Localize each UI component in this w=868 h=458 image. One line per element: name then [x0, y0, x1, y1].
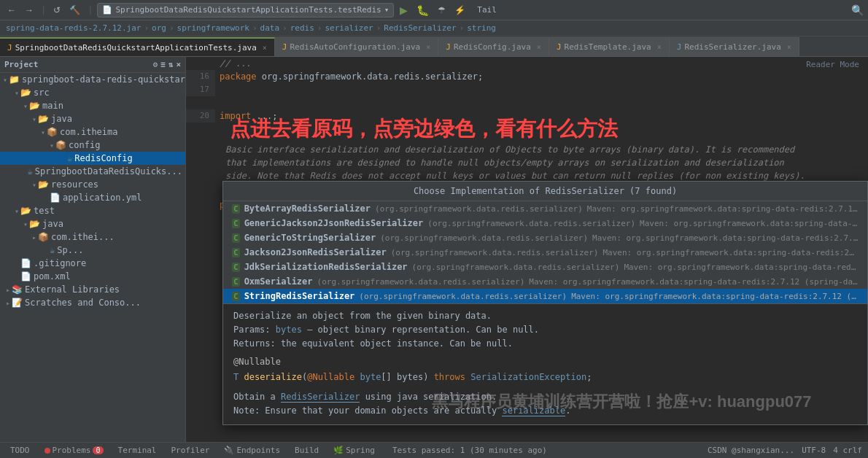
- tree-item-config[interactable]: ▾ 📦 config: [0, 139, 185, 152]
- java-icon: J: [7, 43, 12, 53]
- java-icon4: J: [557, 42, 562, 52]
- status-spring[interactable]: 🌿 Spring: [329, 443, 379, 459]
- tree-item-test-class[interactable]: ▸ ☕ Sp...: [0, 244, 185, 257]
- sidebar-close-icon[interactable]: ×: [176, 60, 181, 69]
- terminal-label: Terminal: [118, 446, 157, 455]
- popup-title: Choose Implementation of RedisSerializer…: [223, 182, 867, 201]
- code-content: // ... 16 package org.springframework.da…: [186, 57, 868, 442]
- close-icon5[interactable]: ×: [787, 43, 791, 51]
- bc-string[interactable]: string: [467, 23, 496, 33]
- bc-redis[interactable]: redis: [290, 23, 314, 33]
- tree-label-test: test: [34, 206, 55, 216]
- problems-dot: [44, 448, 50, 454]
- run-button[interactable]: ▶: [397, 3, 411, 18]
- tree-item-test-java[interactable]: ▾ 📂 java: [0, 217, 185, 230]
- tree-item-pom[interactable]: ▸ 📄 pom.xml: [0, 270, 185, 283]
- run-config-box[interactable]: 📄 SpringbootDataRedisQuickstartApplicati…: [97, 3, 394, 18]
- sidebar-gear-icon[interactable]: ⚙: [153, 60, 158, 69]
- bc-org[interactable]: org: [152, 23, 166, 33]
- maven-6: Maven: org.springframework.data:spring-d…: [571, 292, 859, 301]
- test-folder-icon: 📂: [20, 206, 31, 216]
- class-name-6: StringRedisSerializer: [244, 291, 355, 301]
- back-btn[interactable]: ←: [4, 4, 19, 17]
- status-problems[interactable]: Problems 0: [40, 443, 108, 459]
- bc-data[interactable]: data: [260, 23, 280, 33]
- popup-item-1[interactable]: C GenericJackson2JsonRedisSerializer (or…: [223, 216, 867, 230]
- status-profiler[interactable]: Profiler: [167, 443, 214, 459]
- status-todo[interactable]: TODO: [6, 443, 34, 459]
- tree-arrow-scratch: ▸: [6, 299, 10, 307]
- class-name-2: GenericToStringSerializer: [244, 233, 376, 243]
- tab-redis-config[interactable]: J RedisConfig.java ×: [438, 37, 549, 56]
- status-build[interactable]: Build: [290, 443, 323, 459]
- tree-arrow-ext: ▸: [6, 286, 10, 294]
- close-icon[interactable]: ×: [263, 44, 267, 52]
- coverage-btn[interactable]: ☂: [435, 4, 449, 17]
- maven-5: Maven: org.springframework.data:spring-d…: [529, 277, 859, 287]
- debug-button[interactable]: 🐛: [414, 3, 432, 18]
- tree-label-test-class: Sp...: [57, 245, 83, 255]
- tree-item-test[interactable]: ▾ 📂 test: [0, 204, 185, 217]
- tree-item-project-root[interactable]: ▾ 📁 springboot-data-redis-quickstart E:/…: [0, 73, 185, 86]
- line-sep-label[interactable]: 4 crlf: [833, 446, 862, 455]
- bc-jar[interactable]: spring-data-redis-2.7.12.jar: [6, 23, 141, 33]
- tree-item-redisconfig[interactable]: ▸ ☕ RedisConfig: [0, 152, 185, 165]
- tree-label-app: SpringbootDataRedisQuicks...: [35, 166, 182, 176]
- tree-item-resources[interactable]: ▾ 📂 resources: [0, 178, 185, 191]
- tree-item-gitignore[interactable]: ▸ 📄 .gitignore: [0, 257, 185, 270]
- dropdown-arrow: ▾: [384, 5, 390, 15]
- tree-label-redisconfig: RedisConfig: [74, 153, 132, 163]
- tab-redis-auto-config[interactable]: J RedisAutoConfiguration.java ×: [275, 37, 438, 56]
- package-4: (org.springframework.data.redis.serializ…: [412, 263, 620, 272]
- popup-item-5[interactable]: C OxmSerializer (org.springframework.dat…: [223, 274, 867, 289]
- package-5: (org.springframework.data.redis.serializ…: [317, 277, 525, 287]
- tree-item-java[interactable]: ▾ 📂 java: [0, 112, 185, 125]
- tree-item-springboot-app[interactable]: ▸ ☕ SpringbootDataRedisQuicks...: [0, 165, 185, 178]
- package-0: (org.springframework.data.redis.serializ…: [375, 204, 583, 214]
- breadcrumb: spring-data-redis-2.7.12.jar › org › spr…: [0, 20, 868, 36]
- bc-serializer[interactable]: serializer: [325, 23, 373, 33]
- tree-item-test-pkg[interactable]: ▸ 📦 com.ithei...: [0, 230, 185, 244]
- popup-item-2[interactable]: C GenericToStringSerializer (org.springf…: [223, 230, 867, 245]
- build-btn[interactable]: 🔨: [66, 4, 83, 17]
- popup-item-6[interactable]: C StringRedisSerializer (org.springframe…: [223, 289, 867, 303]
- close-icon4[interactable]: ×: [657, 43, 662, 51]
- test-pkg-icon: 📦: [38, 232, 49, 242]
- endpoints-label: Endpoints: [236, 446, 280, 455]
- sidebar-collapse-icon[interactable]: ≡: [160, 60, 166, 69]
- status-endpoints[interactable]: 🔌 Endpoints: [220, 443, 284, 459]
- tree-item-main[interactable]: ▾ 📂 main: [0, 99, 185, 112]
- tree-label-resources: resources: [51, 179, 98, 190]
- doc-returns: Returns: the equivalent object instance.…: [233, 338, 857, 349]
- tree-arrow-config: ▾: [50, 141, 54, 150]
- forward-btn[interactable]: →: [22, 4, 36, 17]
- bc-springframework[interactable]: springframework: [177, 23, 249, 33]
- sidebar-arrows-icon[interactable]: ⇅: [168, 60, 174, 69]
- sidebar-header: Project ⚙ ≡ ⇅ ×: [0, 57, 185, 73]
- java-folder-icon: 📂: [38, 114, 49, 124]
- bc-redisserializer[interactable]: RedisSerializer: [384, 23, 456, 33]
- tree-item-src[interactable]: ▾ 📂 src: [0, 86, 185, 99]
- impl-icon-3: C: [232, 248, 240, 257]
- close-icon2[interactable]: ×: [426, 43, 430, 51]
- encoding-label[interactable]: UTF-8: [802, 446, 826, 455]
- sep2: |: [86, 5, 94, 15]
- tab-redis-template[interactable]: J RedisTemplate.java ×: [549, 37, 670, 56]
- popup-item-4[interactable]: C JdkSerializationRedisSerializer (org.s…: [223, 260, 867, 274]
- doc-nullable: @Nullable: [233, 356, 857, 368]
- popup-item-3[interactable]: C Jackson2JsonRedisSerializer (org.sprin…: [223, 245, 867, 260]
- search-icon[interactable]: 🔍: [851, 4, 864, 16]
- doc-deser-desc: Deserialize an object from the given bin…: [233, 310, 857, 322]
- close-icon3[interactable]: ×: [537, 43, 541, 51]
- tree-label-main: main: [42, 101, 63, 111]
- tree-item-com-itheima[interactable]: ▾ 📦 com.itheima: [0, 125, 185, 139]
- tree-item-scratches[interactable]: ▸ 📝 Scratches and Conso...: [0, 296, 185, 309]
- tab-quickstart-tests[interactable]: J SpringbootDataRedisQuickstartApplicati…: [0, 37, 275, 56]
- status-terminal[interactable]: Terminal: [114, 443, 161, 459]
- profile-btn[interactable]: ⚡: [452, 4, 468, 17]
- tree-item-application-yml[interactable]: ▸ 📄 application.yml: [0, 191, 185, 204]
- tree-item-external-libs[interactable]: ▸ 📚 External Libraries: [0, 283, 185, 296]
- tab-redis-serializer[interactable]: J RedisSerializer.java ×: [670, 37, 799, 56]
- refresh-btn[interactable]: ↺: [50, 4, 63, 17]
- popup-item-0[interactable]: C ByteArrayRedisSerializer (org.springfr…: [223, 201, 867, 216]
